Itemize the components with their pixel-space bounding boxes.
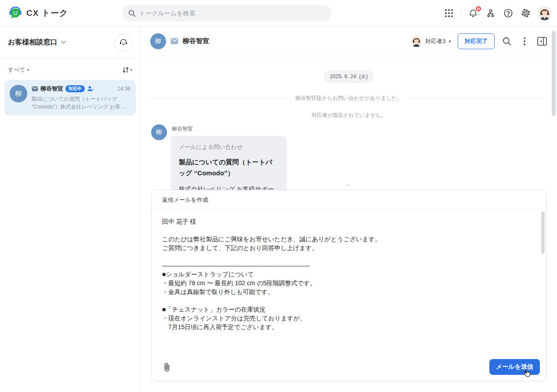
reply-compose-panel: 返信メールを作成 田中 花子 様 このたびは弊社製品にご興味をお寄せいただき、誠… — [151, 190, 546, 381]
chat-item-body: 柳谷智宣 対応中 14:36 製品についての質問（トートバッグ “Comodo”… — [32, 85, 130, 111]
assignee-person-check-icon — [87, 86, 94, 92]
more-kebab-icon[interactable] — [519, 36, 530, 47]
compose-footer: メールを送信 — [152, 355, 546, 381]
side-panel-toggle-icon[interactable] — [537, 36, 547, 47]
sort-arrows-icon — [122, 66, 129, 73]
conversation-actions: 対応者3 ▾ 対応完了 — [411, 33, 547, 49]
chat-list-sidebar: お客様相談窓口 すべて ▾ — [0, 26, 141, 392]
app-logo-area: CX トーク — [0, 7, 69, 20]
contact-avatar: 柳 — [150, 33, 166, 49]
app-title: CX トーク — [26, 7, 69, 19]
caret-down-icon: ▾ — [130, 68, 132, 72]
compose-resize-handle[interactable]: ⋯ — [141, 181, 557, 188]
sort-button[interactable]: ▾ — [122, 66, 132, 73]
caret-down-icon: ▾ — [448, 39, 451, 44]
team-selector[interactable]: お客様相談窓口 — [8, 38, 66, 47]
chat-list-filter-row: すべて ▾ ▾ — [0, 59, 140, 76]
filter-label: すべて — [8, 66, 25, 74]
user-avatar[interactable] — [538, 6, 552, 20]
conversation-header: 柳 柳谷智宣 対応者3 — [141, 26, 557, 56]
system-message-no-assignee: 対応者が指定されていません。 — [141, 112, 557, 119]
search-input[interactable] — [139, 10, 326, 17]
complete-button[interactable]: 対応完了 — [458, 33, 495, 49]
compose-title: 返信メールを作成 — [152, 190, 546, 210]
mail-channel-icon — [170, 38, 178, 44]
room-search[interactable] — [122, 5, 332, 22]
sidebar-header: お客様相談窓口 — [0, 26, 140, 59]
help-icon[interactable] — [503, 7, 514, 19]
status-badge: 対応中 — [65, 85, 85, 92]
conversation-scrollbar-thumb[interactable] — [552, 31, 556, 116]
mail-icon — [32, 86, 38, 91]
top-app-bar: CX トーク N — [0, 0, 557, 26]
organization-icon[interactable] — [485, 7, 496, 19]
chat-item-preview: 製品についての質問（トートバッグ “Comodo”）株式会社レベリング お客様… — [32, 95, 130, 111]
date-separator: 2025. 6. 24. (火) — [324, 70, 374, 83]
filter-dropdown[interactable]: すべて ▾ — [8, 66, 29, 74]
chat-item-time: 14:36 — [117, 86, 130, 92]
notification-badge: N — [475, 5, 482, 12]
message-channel-label: メールによる問い合わせ — [179, 143, 279, 151]
message-avatar: 柳 — [151, 124, 167, 140]
notifications-bell-icon[interactable]: N — [467, 7, 479, 19]
chat-avatar: 柳 — [10, 85, 27, 102]
support-headset-button[interactable] — [115, 34, 132, 51]
assignee-dropdown[interactable]: 対応者3 ▾ — [411, 36, 451, 47]
chevron-down-icon — [61, 40, 66, 44]
compose-scrollbar-thumb[interactable] — [541, 211, 545, 254]
send-mail-button[interactable]: メールを送信 — [489, 359, 540, 375]
topbar-actions: N — [443, 0, 552, 26]
chat-list-item-selected[interactable]: 柳 柳谷智宣 対応中 14:36 — [4, 80, 136, 116]
system-message-text: 柳谷智宣様からお問い合わせがありました。 — [295, 94, 402, 102]
assignee-label: 対応者3 — [425, 37, 445, 45]
search-icon — [128, 10, 136, 17]
attach-paperclip-icon[interactable] — [161, 361, 173, 373]
assignee-avatar — [411, 36, 422, 47]
contact-name: 柳谷智宣 — [183, 37, 209, 45]
conversation-panel: 柳 柳谷智宣 対応者3 — [141, 26, 557, 392]
chat-item-name: 柳谷智宣 — [40, 85, 63, 93]
settings-gear-icon[interactable] — [520, 7, 532, 19]
apps-grid-icon[interactable] — [443, 7, 455, 19]
caret-down-icon: ▾ — [27, 68, 29, 72]
message-sender: 柳谷智宣 — [172, 125, 287, 133]
conversation-search-icon[interactable] — [502, 36, 512, 47]
compose-body-editor[interactable]: 田中 花子 様 このたびは弊社製品にご興味をお寄せいただき、誠にありがとうござい… — [152, 210, 546, 355]
topbar-divider — [461, 7, 461, 19]
team-name: お客様相談窓口 — [8, 38, 57, 47]
message-subject: 製品についての質問（トートバッグ “Comodo”） — [179, 157, 279, 179]
app-logo-icon — [9, 7, 22, 20]
system-message-inquiry: 柳谷智宣様からお問い合わせがありました。 — [151, 94, 546, 102]
